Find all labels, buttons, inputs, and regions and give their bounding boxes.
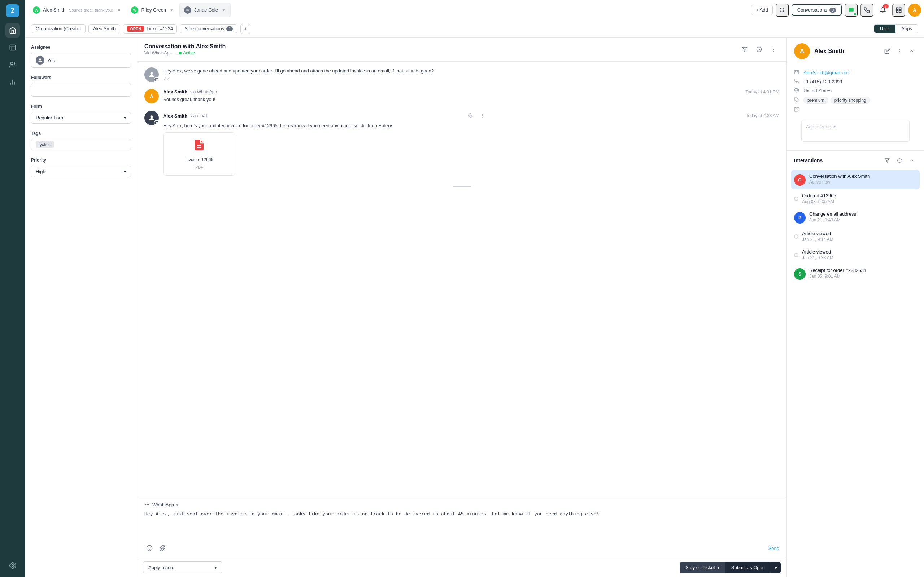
interactions-actions [882, 155, 917, 166]
search-button[interactable] [775, 3, 789, 16]
breadcrumb-contact[interactable]: Alex Smith [89, 24, 120, 33]
sidebar-icon-home[interactable] [5, 23, 20, 37]
sidebar-icon-tickets[interactable] [5, 40, 20, 55]
conversations-label: Conversations [797, 7, 827, 13]
toggle-user[interactable]: User [874, 24, 895, 33]
filter-button[interactable] [739, 44, 750, 55]
tags-input[interactable]: lychee [31, 139, 131, 150]
interactions-header: Interactions [787, 151, 924, 170]
conversations-button[interactable]: Conversations 0 [792, 4, 842, 16]
interaction-article2[interactable]: Article viewed Jan 21, 9:38 AM [791, 246, 920, 264]
sidebar-icon-settings[interactable] [5, 558, 20, 573]
interaction-email-change[interactable]: P Change email address Jan 21, 9:43 AM [791, 208, 920, 227]
breadcrumb-right: User Apps [874, 24, 918, 33]
attachment-button[interactable] [157, 543, 168, 553]
middle-panel: Conversation with Alex Smith Via WhatsAp… [137, 37, 787, 577]
interaction-conv-body: Conversation with Alex Smith Active now [809, 174, 917, 185]
add-side-conv-button[interactable]: + [241, 24, 250, 34]
reply-channel-selector[interactable]: WhatsApp ▾ [144, 501, 779, 508]
apply-macro-select[interactable]: Apply macro ▾ [143, 561, 222, 574]
grid-button[interactable] [892, 3, 905, 16]
interactions-refresh-button[interactable] [894, 155, 905, 166]
svg-line-9 [783, 11, 784, 12]
sidebar-icon-users[interactable] [5, 58, 20, 72]
conversation-status: Active [179, 50, 195, 56]
add-button[interactable]: + Add [751, 5, 773, 15]
contact-tag-premium: premium [803, 97, 828, 104]
side-conv-label: Side conversations [184, 26, 224, 31]
reply-toolbar: Send [144, 543, 779, 553]
tab-alex-smith[interactable]: W Alex Smith Sounds great, thank you! ✕ [28, 3, 126, 17]
send-button[interactable]: Send [769, 546, 779, 551]
message-3: Alex Smith via email ⋮ Today at 4:33 AM [144, 111, 779, 176]
more-options-button[interactable]: ⋮ [768, 44, 779, 55]
phone-button[interactable] [861, 3, 874, 16]
priority-select[interactable]: High ▾ [31, 166, 131, 177]
history-button[interactable] [753, 44, 765, 55]
interaction-receipt-title: Receipt for order #2232534 [809, 268, 917, 273]
message-3-attachment[interactable]: Invoice_12965 PDF [163, 132, 235, 176]
sidebar-logo[interactable]: Z [6, 4, 19, 17]
message-3-more-btn[interactable]: ⋮ [478, 111, 488, 121]
edit-contact-button[interactable] [882, 46, 892, 56]
more-contact-button[interactable]: ⋮ [894, 46, 905, 56]
message-3-mute-btn[interactable] [465, 111, 475, 121]
toggle-apps[interactable]: Apps [895, 24, 918, 33]
interaction-article2-body: Article viewed Jan 21, 9:38 AM [802, 249, 917, 260]
message-2-time: Today at 4:31 PM [746, 89, 779, 95]
interaction-conversation[interactable]: O Conversation with Alex Smith Active no… [791, 170, 920, 189]
interaction-receipt-icon: S [794, 268, 806, 280]
emoji-button[interactable] [144, 543, 155, 553]
chat-button[interactable] [845, 3, 858, 16]
interaction-conv-title: Conversation with Alex Smith [809, 174, 917, 179]
contact-email-value[interactable]: AlexSmith@gmail.com [803, 70, 851, 76]
assignee-value: You [47, 58, 55, 63]
reply-textarea[interactable]: Hey Alex, just sent over the invoice to … [144, 510, 779, 539]
user-avatar-button[interactable]: A [908, 3, 921, 16]
user-notes-input[interactable]: Add user notes [801, 120, 909, 142]
assignee-group: Assignee You [31, 45, 131, 68]
tab-close-janae[interactable]: ✕ [222, 8, 226, 13]
interaction-email-icon: P [794, 212, 806, 224]
stay-on-ticket-button[interactable]: Stay on Ticket ▾ [680, 562, 725, 573]
collapse-contact-button[interactable] [907, 46, 917, 56]
tab-name-janae: Janae Cole [194, 7, 218, 13]
tab-close-riley[interactable]: ✕ [170, 8, 174, 13]
followers-group: Followers [31, 75, 131, 97]
interactions-collapse-button[interactable] [907, 155, 917, 166]
interaction-receipt[interactable]: S Receipt for order #2232534 Jan 05, 9:0… [791, 264, 920, 284]
interaction-order[interactable]: Ordered #12965 Aug 08, 9:05 AM [791, 189, 920, 208]
submit-chevron-button[interactable]: ▾ [771, 562, 781, 574]
notifications-button[interactable]: 7 [876, 3, 889, 16]
message-3-header: Alex Smith via email ⋮ Today at 4:33 AM [163, 111, 779, 121]
svg-point-7 [12, 565, 14, 567]
priority-value: High [36, 169, 45, 174]
message-1-checkmarks: ✓✓ [163, 76, 779, 81]
side-conversations-button[interactable]: Side conversations 1 [180, 24, 237, 33]
form-select[interactable]: Regular Form ▾ [31, 112, 131, 124]
breadcrumb-ticket[interactable]: OPEN Ticket #1234 [123, 24, 177, 34]
tab-janae-cole[interactable]: ✉ Janae Cole ✕ [179, 3, 231, 17]
svg-rect-13 [900, 10, 901, 12]
message-3-avatar [144, 111, 159, 125]
interaction-email-title: Change email address [809, 211, 917, 217]
interaction-article1-dot [794, 234, 798, 239]
message-1-agent-badge [154, 77, 159, 82]
interaction-article1[interactable]: Article viewed Jan 21, 9:14 AM [791, 227, 920, 246]
breadcrumb-org[interactable]: Organization (Create) [31, 24, 86, 33]
interactions-filter-button[interactable] [882, 155, 892, 166]
message-2-text: Sounds great, thank you! [163, 96, 779, 103]
followers-label: Followers [31, 75, 131, 80]
interaction-conv-time: Active now [809, 180, 917, 185]
reply-area: WhatsApp ▾ Hey Alex, just sent over the … [137, 497, 787, 558]
followers-input[interactable] [31, 83, 131, 97]
assignee-input[interactable]: You [31, 53, 131, 68]
sidebar-icon-analytics[interactable] [5, 75, 20, 89]
form-group: Form Regular Form ▾ [31, 104, 131, 124]
submit-as-open-button[interactable]: Submit as Open [725, 562, 771, 573]
message-3-agent-badge [154, 120, 159, 125]
tab-bar: W Alex Smith Sounds great, thank you! ✕ … [25, 0, 924, 20]
contact-notes-row [794, 107, 917, 113]
tab-close-alex[interactable]: ✕ [117, 8, 121, 13]
tab-riley-green[interactable]: W Riley Green ✕ [126, 3, 179, 17]
